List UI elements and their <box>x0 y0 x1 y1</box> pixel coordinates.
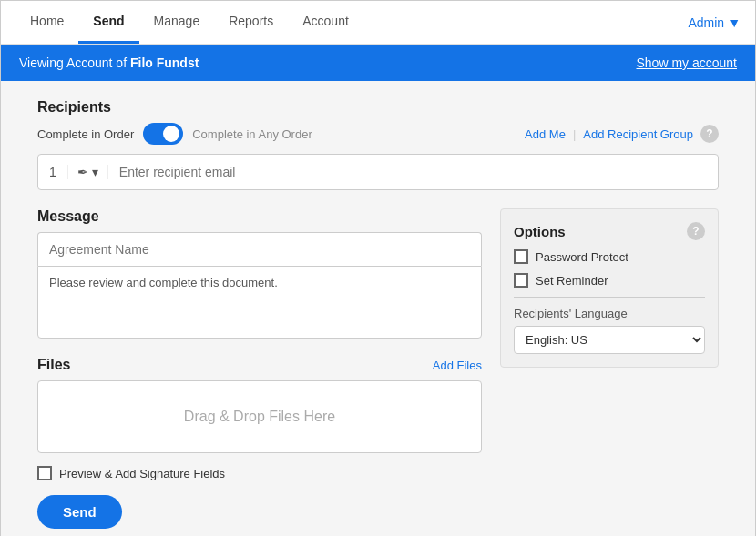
options-panel: Options ? Password Protect Set Reminder … <box>500 208 719 368</box>
files-header: Files Add Files <box>37 357 482 373</box>
complete-in-order-label: Complete in Order <box>37 127 134 141</box>
banner-text: Viewing Account of Filo Fundst <box>19 56 199 70</box>
set-reminder-checkbox[interactable] <box>514 273 528 288</box>
pipe-divider: | <box>573 127 576 141</box>
options-help-icon[interactable]: ? <box>687 222 705 240</box>
recipients-title: Recipients <box>37 99 719 116</box>
nav-reports[interactable]: Reports <box>214 1 288 44</box>
chevron-down-icon: ▼ <box>728 15 741 30</box>
right-column: Options ? Password Protect Set Reminder … <box>500 208 719 529</box>
recipients-controls-row: Complete in Order Complete in Any Order … <box>37 123 719 145</box>
preview-label: Preview & Add Signature Fields <box>59 467 225 480</box>
main-content: Recipients Complete in Order Complete in… <box>1 81 755 536</box>
password-protect-checkbox[interactable] <box>514 249 528 264</box>
agreement-name-input[interactable] <box>37 232 482 266</box>
show-my-account-link[interactable]: Show my account <box>637 56 738 70</box>
pen-icon: ✒ <box>77 165 88 179</box>
add-links: Add Me | Add Recipient Group ? <box>525 125 719 143</box>
password-protect-row: Password Protect <box>514 249 705 264</box>
set-reminder-label: Set Reminder <box>536 274 608 288</box>
password-protect-label: Password Protect <box>536 250 628 264</box>
navbar: Home Send Manage Reports Account Admin ▼ <box>1 1 755 45</box>
nav-send[interactable]: Send <box>78 1 138 44</box>
admin-label: Admin <box>688 15 724 30</box>
options-divider <box>514 297 705 298</box>
options-header: Options ? <box>514 222 705 240</box>
recipient-input-row: 1 ✒ ▾ <box>37 154 719 190</box>
recipient-type-button[interactable]: ✒ ▾ <box>68 165 108 179</box>
recipients-language-label: Recipients' Language <box>514 307 705 320</box>
banner-account-name: Filo Fundst <box>130 56 199 70</box>
complete-any-order-label: Complete in Any Order <box>192 127 312 141</box>
drop-zone-label: Drag & Drop Files Here <box>184 409 335 425</box>
add-me-link[interactable]: Add Me <box>525 127 566 141</box>
file-drop-zone[interactable]: Drag & Drop Files Here <box>37 380 482 453</box>
message-body-textarea[interactable]: Please review and complete this document… <box>37 266 482 339</box>
left-column: Message Please review and complete this … <box>37 208 482 529</box>
message-title: Message <box>37 208 482 225</box>
nav-items: Home Send Manage Reports Account <box>15 1 688 44</box>
account-banner: Viewing Account of Filo Fundst Show my a… <box>1 45 755 81</box>
options-title: Options <box>514 224 566 239</box>
complete-in-order-toggle[interactable] <box>143 123 183 145</box>
nav-account[interactable]: Account <box>288 1 363 44</box>
add-recipient-group-link[interactable]: Add Recipient Group <box>583 127 693 141</box>
chevron-down-icon-recipient: ▾ <box>92 165 98 179</box>
set-reminder-row: Set Reminder <box>514 273 705 288</box>
recipient-email-input[interactable] <box>108 165 718 179</box>
recipient-number: 1 <box>38 165 68 179</box>
nav-manage[interactable]: Manage <box>139 1 215 44</box>
preview-checkbox[interactable] <box>37 466 52 480</box>
admin-menu[interactable]: Admin ▼ <box>688 15 741 30</box>
language-select[interactable]: English: US French Spanish German Japane… <box>514 326 705 354</box>
recipients-help-icon[interactable]: ? <box>700 125 719 143</box>
preview-row: Preview & Add Signature Fields <box>37 466 482 480</box>
nav-home[interactable]: Home <box>15 1 78 44</box>
two-column-layout: Message Please review and complete this … <box>37 208 719 529</box>
banner-prefix: Viewing Account of <box>19 56 130 70</box>
add-files-link[interactable]: Add Files <box>433 359 482 372</box>
files-title: Files <box>37 357 70 373</box>
send-button[interactable]: Send <box>37 495 122 529</box>
